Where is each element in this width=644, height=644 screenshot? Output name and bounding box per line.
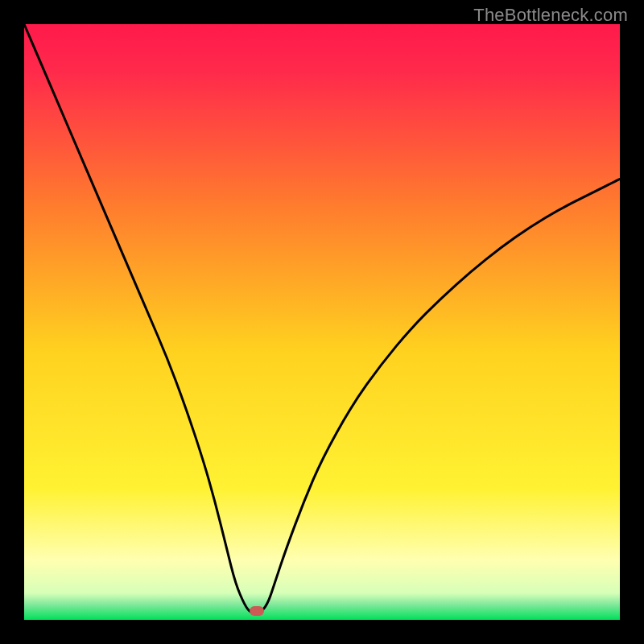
optimum-marker [250, 606, 264, 616]
plot-area [24, 24, 620, 620]
curve-svg [24, 24, 620, 620]
chart-frame: TheBottleneck.com [0, 0, 644, 644]
bottleneck-curve [24, 24, 620, 613]
watermark-text: TheBottleneck.com [473, 5, 628, 26]
